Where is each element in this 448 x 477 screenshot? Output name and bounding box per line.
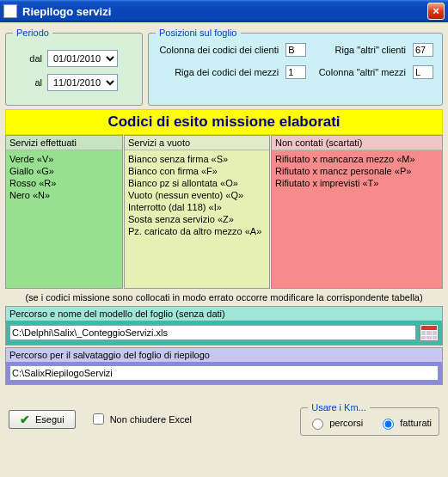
close-button[interactable]: × [427, 3, 445, 20]
servizi-effettuati-body: Verde «V» Giallo «G» Rosso «R» Nero «N» [6, 150, 122, 288]
list-item: Rifiutato x mancanza mezzo «M» [275, 153, 439, 165]
non-chiudere-checkbox[interactable] [93, 413, 104, 425]
modello-path-input[interactable] [9, 325, 416, 340]
check-icon: ✔ [20, 415, 30, 424]
non-chiudere-label: Non chiudere Excel [110, 414, 192, 425]
list-item: Bianco senza firma «S» [128, 153, 266, 165]
list-item: Rifiutato x mancz personale «P» [275, 165, 439, 177]
dal-date-select[interactable]: 01/01/2010 [47, 50, 118, 67]
scartati-panel: Non contati (scartati) Rifiutato x manca… [271, 135, 443, 289]
modello-label: Percorso e nome del modello del foglio (… [6, 307, 442, 321]
servizi-vuoto-header: Servizi a vuoto [125, 136, 269, 150]
riga-codici-mezzi-label: Riga dei codici dei mezzi [156, 67, 279, 77]
section-banner: Codici di esito missione elaborati [5, 109, 443, 135]
al-label: al [13, 77, 42, 88]
km-fatturati-label: fatturati [400, 418, 432, 428]
periodo-legend: Periodo [13, 28, 52, 38]
riepilogo-block: Percorso per il salvataggio del foglio d… [5, 347, 443, 385]
list-item: Rifiutato x imprevisti «T» [275, 177, 439, 189]
list-item: Pz. caricato da altro mezzo «A» [128, 225, 266, 237]
lists-row: Servizi effettuati Verde «V» Giallo «G» … [5, 135, 443, 289]
riepilogo-path-input[interactable] [9, 365, 439, 381]
esegui-button[interactable]: ✔ Esegui [9, 410, 76, 429]
km-percorsi-label: percorsi [329, 418, 363, 428]
list-item: Rosso «R» [9, 177, 119, 189]
col-codici-clienti-label: Colonna dei codici dei clienti [156, 45, 279, 55]
al-date-select[interactable]: 11/01/2010 [47, 74, 118, 91]
dal-label: dal [13, 53, 42, 64]
riga-altri-clienti-label: Riga "altri" clienti [315, 45, 406, 55]
modello-block: Percorso e nome del modello del foglio (… [5, 306, 443, 346]
periodo-group: Periodo dal 01/01/2010 al 11/01/2010 [5, 28, 143, 106]
scartati-body: Rifiutato x mancanza mezzo «M» Rifiutato… [272, 150, 442, 288]
km-fatturati-radio[interactable] [383, 419, 394, 430]
list-item: Bianco con firma «F» [128, 165, 266, 177]
riepilogo-label: Percorso per il salvataggio del foglio d… [6, 348, 442, 362]
footnote: (se i codici missione sono collocati in … [5, 289, 443, 304]
riga-altri-clienti-input[interactable] [413, 43, 433, 57]
bottom-bar: ✔ Esegui Non chiudere Excel Usare i Km..… [5, 402, 443, 441]
km-percorsi-radio[interactable] [312, 419, 323, 430]
servizi-vuoto-body: Bianco senza firma «S» Bianco con firma … [125, 150, 269, 288]
list-item: Vuoto (nessun evento) «Q» [128, 189, 266, 201]
posizioni-legend: Posizioni sul foglio [156, 28, 241, 38]
col-codici-clienti-input[interactable] [285, 43, 306, 57]
list-item: Giallo «G» [9, 165, 119, 177]
browse-modello-button[interactable] [420, 324, 439, 341]
posizioni-group: Posizioni sul foglio Colonna dei codici … [148, 28, 443, 106]
esegui-label: Esegui [35, 414, 64, 425]
window-title: Riepilogo servizi [22, 5, 427, 18]
servizi-effettuati-header: Servizi effettuati [6, 136, 122, 150]
scartati-header: Non contati (scartati) [272, 136, 442, 150]
col-altri-mezzi-label: Colonna "altri" mezzi [315, 67, 406, 77]
list-item: Sosta senza servizio «Z» [128, 213, 266, 225]
servizi-vuoto-panel: Servizi a vuoto Bianco senza firma «S» B… [124, 135, 270, 289]
list-item: Nero «N» [9, 189, 119, 201]
window-titlebar: Riepilogo servizi × [0, 0, 448, 22]
list-item: Interrotto (dal 118) «I» [128, 201, 266, 213]
col-altri-mezzi-input[interactable] [413, 65, 433, 79]
km-legend: Usare i Km... [308, 402, 370, 413]
list-item: Verde «V» [9, 153, 119, 165]
list-item: Bianco pz si allontata «O» [128, 177, 266, 189]
servizi-effettuati-panel: Servizi effettuati Verde «V» Giallo «G» … [5, 135, 123, 289]
km-group: Usare i Km... percorsi fatturati [300, 402, 439, 436]
app-icon [3, 4, 17, 18]
riga-codici-mezzi-input[interactable] [285, 65, 306, 79]
